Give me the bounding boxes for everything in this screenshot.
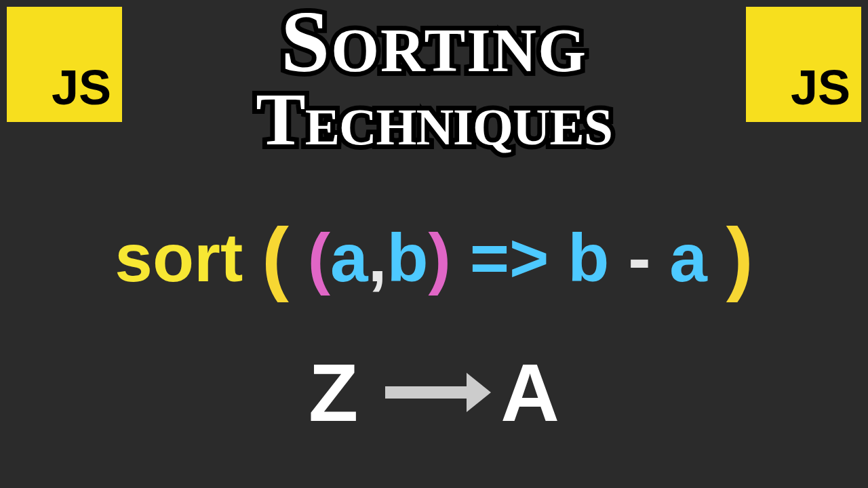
- code-paren-outer-open: (: [262, 211, 289, 302]
- direction-to: A: [500, 346, 559, 439]
- direction-from: Z: [309, 346, 358, 439]
- code-param-b: b: [387, 220, 429, 296]
- code-expression: sort ( (a,b) => b - a ): [0, 210, 868, 304]
- code-paren-outer-close: ): [726, 211, 753, 302]
- js-badge-right: JS: [746, 7, 861, 122]
- js-badge-left: JS: [7, 7, 122, 122]
- code-comma: ,: [368, 220, 387, 296]
- code-body-b: b: [568, 220, 609, 296]
- code-minus: -: [628, 220, 650, 296]
- code-param-a: a: [330, 220, 368, 296]
- direction-line: Z A: [0, 346, 868, 439]
- code-paren-inner-open: (: [308, 220, 330, 296]
- code-arrow: =>: [470, 220, 549, 296]
- code-method: sort: [115, 220, 243, 296]
- code-paren-inner-close: ): [429, 220, 451, 296]
- js-badge-right-text: JS: [791, 60, 850, 115]
- code-body-a: a: [669, 220, 707, 296]
- title-block: Sorting Techniques: [256, 0, 612, 155]
- arrow-right-icon: [385, 386, 473, 399]
- title-line-1: Sorting: [256, 0, 612, 84]
- title-line-2: Techniques: [256, 84, 612, 155]
- js-badge-left-text: JS: [52, 60, 111, 115]
